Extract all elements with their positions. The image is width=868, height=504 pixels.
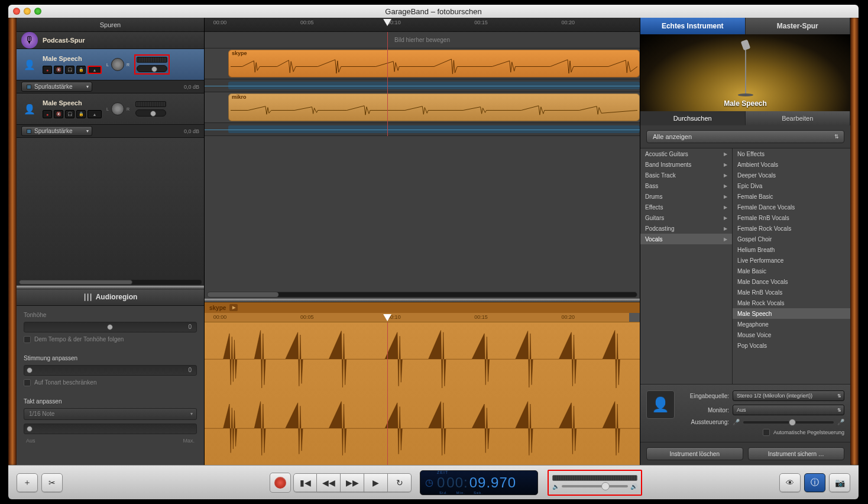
zoom-slider[interactable] bbox=[19, 280, 202, 285]
preset-item[interactable]: Gospel Choir bbox=[733, 234, 850, 244]
tab-edit[interactable]: Bearbeiten bbox=[746, 111, 851, 125]
timing-note-select[interactable]: 1/16 Note bbox=[24, 408, 197, 420]
rewind-button[interactable]: ◀◀ bbox=[317, 473, 341, 492]
mute-button[interactable]: 🔇 bbox=[54, 110, 63, 118]
follow-tempo-checkbox[interactable] bbox=[24, 336, 31, 343]
category-item[interactable]: Acoustic Guitars▶ bbox=[640, 148, 732, 159]
play-region-button[interactable]: ▶ bbox=[229, 304, 238, 311]
tab-real-instrument[interactable]: Echtes Instrument bbox=[640, 18, 746, 34]
preset-item[interactable]: Deeper Vocals bbox=[733, 170, 850, 180]
pitch-slider[interactable]: 0 bbox=[24, 322, 197, 332]
input-source-select[interactable]: Stereo 1/2 (Mikrofon (integriert)) bbox=[733, 390, 844, 401]
editor-ruler[interactable]: 00:0000:0500:1000:1500:20 bbox=[205, 313, 640, 322]
preset-item[interactable]: Live Performance bbox=[733, 255, 850, 266]
pan-knob[interactable] bbox=[111, 102, 124, 115]
preset-item[interactable]: Female RnB Vocals bbox=[733, 212, 850, 223]
tab-master-track[interactable]: Master-Spur bbox=[746, 18, 851, 34]
preset-item[interactable]: Ambient Vocals bbox=[733, 159, 850, 170]
category-item[interactable]: Drums▶ bbox=[640, 191, 732, 202]
category-item[interactable]: Podcasting▶ bbox=[640, 223, 732, 234]
track-row-1[interactable]: 👤 Male Speech ● 🔇 🎧 🔒 ▲ L bbox=[17, 49, 204, 93]
cycle-button[interactable]: ↻ bbox=[388, 473, 412, 492]
pitch-label: Tonhöhe bbox=[24, 312, 197, 318]
add-track-button[interactable]: ＋ bbox=[17, 473, 38, 492]
playhead[interactable] bbox=[387, 32, 388, 136]
region-skype[interactable]: skype bbox=[228, 50, 640, 77]
preset-item[interactable]: Female Rock Vocals bbox=[733, 223, 850, 234]
info-button[interactable]: ⓘ bbox=[804, 473, 825, 492]
timeline-ruler[interactable]: 00:0000:0500:1000:1500:20 bbox=[205, 18, 640, 32]
category-item[interactable]: Basic Track▶ bbox=[640, 170, 732, 180]
preset-item[interactable]: Pop Vocals bbox=[733, 340, 850, 351]
tuning-slider[interactable]: 0 bbox=[24, 365, 197, 376]
editor-toggle-button[interactable]: ✂︎ bbox=[41, 473, 63, 492]
preset-item[interactable]: Male Rock Vocals bbox=[733, 298, 850, 308]
track-1-lane[interactable]: skype bbox=[205, 49, 640, 79]
timeline-scrollbar[interactable] bbox=[207, 292, 637, 298]
track-row-podcast[interactable]: 🎙 Podcast-Spur bbox=[17, 32, 204, 49]
filter-select[interactable]: Alle anzeigen bbox=[646, 130, 844, 143]
gain-slider[interactable] bbox=[743, 421, 834, 424]
lock-button[interactable]: 🔒 bbox=[76, 66, 86, 74]
lock-button[interactable]: 🔒 bbox=[76, 110, 86, 118]
volume-slider[interactable] bbox=[135, 109, 166, 117]
track-row-2[interactable]: 👤 Male Speech ● 🔇 🎧 🔒 ▲ L bbox=[17, 93, 204, 138]
preset-item[interactable]: Male RnB Vocals bbox=[733, 287, 850, 298]
time-display[interactable]: ◷ ZEIT 0 00: 09.970 Std.Min.Sek. bbox=[420, 470, 538, 495]
editor-header: ⎮⎮⎮ Audioregion bbox=[17, 289, 204, 306]
preset-item[interactable]: Female Basic bbox=[733, 191, 850, 202]
record-enable-button[interactable]: ● bbox=[43, 110, 52, 118]
automation-button[interactable]: ▲ bbox=[88, 110, 102, 118]
preset-item[interactable]: Helium Breath bbox=[733, 244, 850, 255]
playhead[interactable] bbox=[387, 322, 388, 465]
save-instrument-button[interactable]: Instrument sichern … bbox=[748, 447, 845, 460]
auto-level-checkbox[interactable] bbox=[763, 429, 770, 436]
record-enable-button[interactable]: ● bbox=[43, 66, 52, 74]
waveform-editor[interactable] bbox=[205, 322, 640, 465]
solo-button[interactable]: 🎧 bbox=[65, 110, 75, 118]
ruler-tick: 00:20 bbox=[562, 314, 575, 320]
preset-item[interactable]: Male Speech bbox=[733, 308, 850, 319]
tracks-header: Spuren bbox=[17, 18, 204, 32]
automation-param-select[interactable]: Spurlautstärke bbox=[21, 82, 92, 92]
preset-item[interactable]: Mouse Voice bbox=[733, 329, 850, 340]
volume-slider[interactable] bbox=[137, 65, 167, 72]
timing-slider[interactable] bbox=[24, 424, 197, 434]
loop-browser-button[interactable]: 👁 bbox=[779, 473, 801, 492]
solo-button[interactable]: 🎧 bbox=[65, 66, 75, 74]
category-item[interactable]: Band Instruments▶ bbox=[640, 159, 732, 170]
track-1-automation-lane[interactable] bbox=[205, 79, 640, 92]
category-item[interactable]: Vocals▶ bbox=[640, 234, 732, 244]
preset-item[interactable]: Male Basic bbox=[733, 266, 850, 276]
master-volume-box: 🔈 🔊 bbox=[548, 470, 642, 496]
track-2-lane[interactable]: mikro bbox=[205, 92, 640, 123]
record-button[interactable] bbox=[270, 473, 291, 493]
preset-item[interactable]: Female Dance Vocals bbox=[733, 202, 850, 212]
automation-param-select[interactable]: Spurlautstärke bbox=[21, 126, 92, 136]
forward-button[interactable]: ▶▶ bbox=[341, 473, 364, 492]
preset-item[interactable]: Epic Diva bbox=[733, 180, 850, 191]
pan-knob[interactable] bbox=[111, 58, 124, 71]
play-button[interactable]: ▶ bbox=[364, 473, 388, 492]
ruler-scrollbar[interactable] bbox=[629, 313, 640, 322]
category-item[interactable]: Guitars▶ bbox=[640, 212, 732, 223]
podcast-lane[interactable]: Bild hierher bewegen bbox=[205, 32, 640, 49]
preset-item[interactable]: Megaphone bbox=[733, 319, 850, 329]
preset-item[interactable]: Male Dance Vocals bbox=[733, 276, 850, 287]
master-volume-slider[interactable] bbox=[562, 485, 628, 487]
automation-button[interactable]: ▲ bbox=[88, 66, 102, 74]
track-2-automation-lane[interactable] bbox=[205, 123, 640, 136]
limit-key-checkbox[interactable] bbox=[24, 379, 31, 386]
media-browser-button[interactable]: 📷 bbox=[829, 473, 850, 492]
preset-item[interactable]: No Effects bbox=[733, 148, 850, 159]
category-list[interactable]: Acoustic Guitars▶Band Instruments▶Basic … bbox=[640, 148, 733, 384]
mute-button[interactable]: 🔇 bbox=[54, 66, 63, 74]
tab-browse[interactable]: Durchsuchen bbox=[640, 111, 746, 125]
category-item[interactable]: Effects▶ bbox=[640, 202, 732, 212]
category-item[interactable]: Bass▶ bbox=[640, 180, 732, 191]
go-to-start-button[interactable]: ▮◀ bbox=[293, 473, 317, 492]
region-mikro[interactable]: mikro bbox=[228, 93, 640, 121]
delete-instrument-button[interactable]: Instrument löschen bbox=[646, 447, 743, 460]
preset-list[interactable]: No EffectsAmbient VocalsDeeper VocalsEpi… bbox=[733, 148, 850, 384]
monitor-select[interactable]: Aus bbox=[733, 405, 844, 415]
